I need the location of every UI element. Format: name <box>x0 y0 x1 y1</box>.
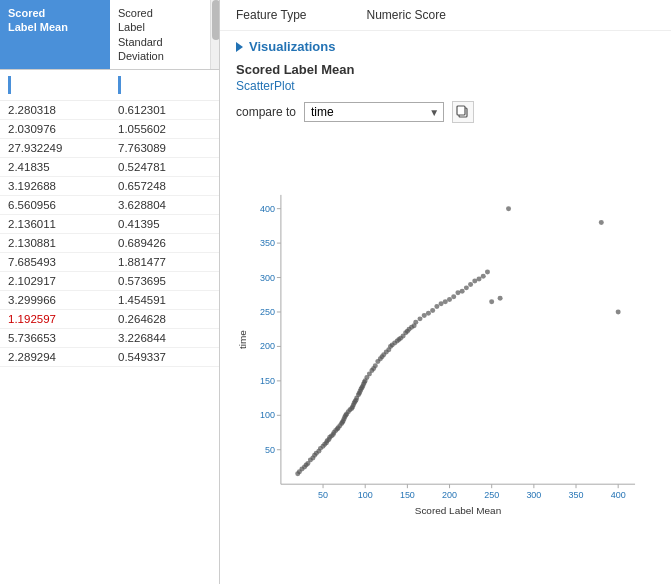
svg-text:50: 50 <box>318 490 328 500</box>
filter-bar-2 <box>118 76 121 94</box>
cell-col1: 3.299966 <box>0 291 110 309</box>
cell-col1: 2.102917 <box>0 272 110 290</box>
col1-header: ScoredLabel Mean <box>0 0 110 69</box>
filter-cell-1 <box>0 74 110 96</box>
table-row: 2.0309761.055602 <box>0 120 219 139</box>
svg-text:200: 200 <box>442 490 457 500</box>
svg-point-112 <box>418 316 423 321</box>
table-row: 5.7366533.226844 <box>0 329 219 348</box>
svg-text:100: 100 <box>358 490 373 500</box>
svg-point-111 <box>413 320 418 325</box>
svg-text:100: 100 <box>260 410 275 420</box>
svg-point-116 <box>434 304 439 309</box>
cell-col2: 1.055602 <box>110 120 210 138</box>
right-panel: Feature Type Numeric Score Visualization… <box>220 0 671 584</box>
svg-text:time: time <box>237 330 248 349</box>
copy-button[interactable] <box>452 101 474 123</box>
table-row: 27.9322497.763089 <box>0 139 219 158</box>
cell-col2: 1.454591 <box>110 291 210 309</box>
table-body: 2.2803180.6123012.0309761.05560227.93224… <box>0 101 219 584</box>
compare-label: compare to <box>236 105 296 119</box>
svg-point-115 <box>430 308 435 313</box>
compare-select-wrapper[interactable]: timefeaturelabel ▼ <box>304 102 444 122</box>
svg-rect-1 <box>457 106 465 115</box>
table-row: 2.1029170.573695 <box>0 272 219 291</box>
svg-text:300: 300 <box>526 490 541 500</box>
svg-point-122 <box>460 289 465 294</box>
svg-text:300: 300 <box>260 273 275 283</box>
svg-point-126 <box>477 276 482 281</box>
svg-point-121 <box>455 290 460 295</box>
svg-text:250: 250 <box>260 307 275 317</box>
table-row: 7.6854931.881477 <box>0 253 219 272</box>
chart-subtitle[interactable]: ScatterPlot <box>236 79 655 93</box>
table-row: 2.2892940.549337 <box>0 348 219 367</box>
svg-point-127 <box>481 274 486 279</box>
cell-col1: 3.192688 <box>0 177 110 195</box>
viz-section: Visualizations Scored Label Mean Scatter… <box>220 31 671 584</box>
svg-point-123 <box>464 285 469 290</box>
svg-point-124 <box>468 282 473 287</box>
cell-col2: 7.763089 <box>110 139 210 157</box>
cell-col1: 2.136011 <box>0 215 110 233</box>
svg-text:200: 200 <box>260 341 275 351</box>
cell-col1: 2.030976 <box>0 120 110 138</box>
cell-col2: 1.881477 <box>110 253 210 271</box>
svg-point-114 <box>426 311 431 316</box>
cell-col2: 0.264628 <box>110 310 210 328</box>
svg-text:350: 350 <box>569 490 584 500</box>
right-header: Feature Type Numeric Score <box>220 0 671 31</box>
svg-point-129 <box>489 299 494 304</box>
scroll-thumb <box>212 0 220 40</box>
cell-col1: 2.289294 <box>0 348 110 366</box>
cell-col1: 5.736653 <box>0 329 110 347</box>
cell-col1: 2.280318 <box>0 101 110 119</box>
svg-text:50: 50 <box>265 445 275 455</box>
scatter-chart: 5010015020025030035040050100150200250300… <box>236 133 655 576</box>
viz-title-row: Visualizations <box>236 39 655 54</box>
svg-point-131 <box>506 206 511 211</box>
svg-point-119 <box>447 297 452 302</box>
cell-col1: 1.192597 <box>0 310 110 328</box>
compare-row: compare to timefeaturelabel ▼ <box>236 101 655 123</box>
svg-point-92 <box>373 363 378 368</box>
table-header: ScoredLabel Mean ScoredLabelStandardDevi… <box>0 0 219 70</box>
cell-col2: 0.524781 <box>110 158 210 176</box>
table-row: 2.1308810.689426 <box>0 234 219 253</box>
cell-col1: 7.685493 <box>0 253 110 271</box>
svg-point-120 <box>451 294 456 299</box>
svg-text:150: 150 <box>260 376 275 386</box>
svg-point-133 <box>616 309 621 314</box>
svg-text:350: 350 <box>260 238 275 248</box>
cell-col1: 2.41835 <box>0 158 110 176</box>
svg-point-130 <box>498 296 503 301</box>
numeric-score-label: Numeric Score <box>367 8 446 22</box>
cell-col1: 2.130881 <box>0 234 110 252</box>
cell-col2: 0.612301 <box>110 101 210 119</box>
table-row: 2.418350.524781 <box>0 158 219 177</box>
cell-col2: 0.41395 <box>110 215 210 233</box>
svg-point-132 <box>599 220 604 225</box>
compare-select[interactable]: timefeaturelabel <box>304 102 444 122</box>
cell-col2: 3.226844 <box>110 329 210 347</box>
cell-col2: 3.628804 <box>110 196 210 214</box>
cell-col2: 0.573695 <box>110 272 210 290</box>
svg-point-128 <box>485 270 490 275</box>
svg-text:Scored Label Mean: Scored Label Mean <box>415 505 501 516</box>
scrollbar[interactable] <box>210 0 219 69</box>
table-row: 6.5609563.628804 <box>0 196 219 215</box>
filter-row <box>0 70 219 101</box>
cell-col2: 0.657248 <box>110 177 210 195</box>
feature-type-label: Feature Type <box>236 8 307 22</box>
scatter-chart-container: 5010015020025030035040050100150200250300… <box>236 133 655 576</box>
cell-col1: 6.560956 <box>0 196 110 214</box>
table-row: 2.1360110.41395 <box>0 215 219 234</box>
cell-col1: 27.932249 <box>0 139 110 157</box>
table-row: 2.2803180.612301 <box>0 101 219 120</box>
data-table: ScoredLabel Mean ScoredLabelStandardDevi… <box>0 0 220 584</box>
svg-text:400: 400 <box>260 204 275 214</box>
cell-col2: 0.689426 <box>110 234 210 252</box>
table-row: 3.1926880.657248 <box>0 177 219 196</box>
svg-text:400: 400 <box>611 490 626 500</box>
visualizations-label: Visualizations <box>249 39 335 54</box>
